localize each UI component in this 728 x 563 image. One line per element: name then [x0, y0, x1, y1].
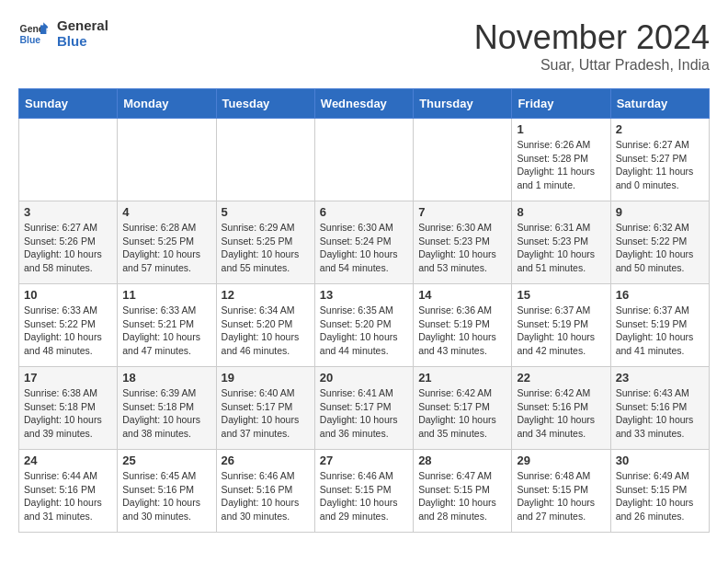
day-cell-2-1: 11Sunrise: 6:33 AMSunset: 5:21 PMDayligh… — [118, 284, 216, 367]
day-info: Sunrise: 6:47 AMSunset: 5:15 PMDaylight:… — [418, 469, 506, 523]
day-number: 12 — [222, 288, 310, 302]
day-cell-3-0: 17Sunrise: 6:38 AMSunset: 5:18 PMDayligh… — [19, 367, 118, 450]
day-info: Sunrise: 6:37 AMSunset: 5:19 PMDaylight:… — [517, 304, 605, 358]
day-cell-0-0 — [19, 119, 118, 201]
day-number: 8 — [517, 205, 605, 219]
day-number: 24 — [24, 454, 112, 467]
day-info: Sunrise: 6:42 AMSunset: 5:16 PMDaylight:… — [517, 386, 605, 441]
day-number: 15 — [517, 288, 605, 302]
header-wednesday: Wednesday — [314, 89, 413, 119]
day-info: Sunrise: 6:43 AMSunset: 5:16 PMDaylight:… — [616, 386, 704, 441]
logo-icon: General Blue — [18, 19, 48, 49]
day-info: Sunrise: 6:49 AMSunset: 5:15 PMDaylight:… — [616, 469, 704, 523]
day-number: 9 — [616, 205, 704, 219]
day-number: 4 — [122, 205, 210, 219]
day-info: Sunrise: 6:48 AMSunset: 5:15 PMDaylight:… — [517, 469, 605, 523]
day-number: 10 — [24, 288, 112, 302]
day-cell-0-5: 1Sunrise: 6:26 AMSunset: 5:28 PMDaylight… — [512, 119, 610, 201]
day-info: Sunrise: 6:45 AMSunset: 5:16 PMDaylight:… — [122, 469, 210, 523]
day-cell-0-1 — [118, 119, 216, 201]
day-cell-4-1: 25Sunrise: 6:45 AMSunset: 5:16 PMDayligh… — [118, 450, 216, 533]
logo-general: General — [57, 18, 108, 34]
day-cell-1-5: 8Sunrise: 6:31 AMSunset: 5:23 PMDaylight… — [512, 201, 610, 284]
day-info: Sunrise: 6:34 AMSunset: 5:20 PMDaylight:… — [222, 304, 310, 358]
day-cell-1-6: 9Sunrise: 6:32 AMSunset: 5:22 PMDaylight… — [610, 201, 709, 284]
day-cell-2-2: 12Sunrise: 6:34 AMSunset: 5:20 PMDayligh… — [216, 284, 314, 367]
day-cell-3-1: 18Sunrise: 6:39 AMSunset: 5:18 PMDayligh… — [118, 367, 216, 450]
day-cell-1-3: 6Sunrise: 6:30 AMSunset: 5:24 PMDaylight… — [314, 201, 413, 284]
day-info: Sunrise: 6:35 AMSunset: 5:20 PMDaylight:… — [320, 304, 408, 358]
day-cell-3-6: 23Sunrise: 6:43 AMSunset: 5:16 PMDayligh… — [610, 367, 709, 450]
day-info: Sunrise: 6:30 AMSunset: 5:24 PMDaylight:… — [320, 221, 408, 275]
month-title: November 2024 — [474, 18, 710, 57]
header-saturday: Saturday — [610, 89, 709, 119]
day-info: Sunrise: 6:33 AMSunset: 5:22 PMDaylight:… — [24, 304, 112, 358]
day-info: Sunrise: 6:40 AMSunset: 5:17 PMDaylight:… — [222, 386, 310, 441]
day-info: Sunrise: 6:38 AMSunset: 5:18 PMDaylight:… — [24, 386, 112, 441]
header-tuesday: Tuesday — [216, 89, 314, 119]
day-cell-3-5: 22Sunrise: 6:42 AMSunset: 5:16 PMDayligh… — [512, 367, 610, 450]
day-cell-2-3: 13Sunrise: 6:35 AMSunset: 5:20 PMDayligh… — [314, 284, 413, 367]
day-number: 19 — [222, 371, 310, 385]
day-number: 18 — [122, 371, 210, 385]
header-sunday: Sunday — [19, 89, 118, 119]
logo: General Blue General Blue — [18, 18, 108, 49]
day-cell-4-6: 30Sunrise: 6:49 AMSunset: 5:15 PMDayligh… — [610, 450, 709, 533]
day-info: Sunrise: 6:46 AMSunset: 5:15 PMDaylight:… — [320, 469, 408, 523]
day-cell-3-2: 19Sunrise: 6:40 AMSunset: 5:17 PMDayligh… — [216, 367, 314, 450]
day-cell-2-4: 14Sunrise: 6:36 AMSunset: 5:19 PMDayligh… — [414, 284, 512, 367]
day-number: 30 — [616, 454, 704, 467]
day-cell-4-0: 24Sunrise: 6:44 AMSunset: 5:16 PMDayligh… — [19, 450, 118, 533]
day-number: 6 — [320, 205, 408, 219]
day-number: 13 — [320, 288, 408, 302]
svg-text:Blue: Blue — [20, 34, 41, 44]
day-number: 28 — [418, 454, 506, 467]
day-cell-2-6: 16Sunrise: 6:37 AMSunset: 5:19 PMDayligh… — [610, 284, 709, 367]
day-cell-4-4: 28Sunrise: 6:47 AMSunset: 5:15 PMDayligh… — [414, 450, 512, 533]
day-cell-4-3: 27Sunrise: 6:46 AMSunset: 5:15 PMDayligh… — [314, 450, 413, 533]
day-number: 1 — [517, 122, 605, 136]
day-info: Sunrise: 6:37 AMSunset: 5:19 PMDaylight:… — [616, 304, 704, 358]
week-row-3: 10Sunrise: 6:33 AMSunset: 5:22 PMDayligh… — [19, 284, 710, 367]
day-number: 26 — [222, 454, 310, 467]
day-number: 21 — [418, 371, 506, 385]
calendar-header-row: SundayMondayTuesdayWednesdayThursdayFrid… — [19, 89, 710, 119]
week-row-5: 24Sunrise: 6:44 AMSunset: 5:16 PMDayligh… — [19, 450, 710, 533]
day-info: Sunrise: 6:44 AMSunset: 5:16 PMDaylight:… — [24, 469, 112, 523]
location-subtitle: Suar, Uttar Pradesh, India — [474, 57, 710, 74]
day-number: 29 — [517, 454, 605, 467]
day-cell-4-5: 29Sunrise: 6:48 AMSunset: 5:15 PMDayligh… — [512, 450, 610, 533]
day-number: 17 — [24, 371, 112, 385]
title-area: November 2024 Suar, Uttar Pradesh, India — [474, 18, 710, 74]
calendar-table: SundayMondayTuesdayWednesdayThursdayFrid… — [18, 88, 710, 533]
day-number: 11 — [122, 288, 210, 302]
header-monday: Monday — [118, 89, 216, 119]
day-number: 7 — [418, 205, 506, 219]
day-cell-4-2: 26Sunrise: 6:46 AMSunset: 5:16 PMDayligh… — [216, 450, 314, 533]
logo-blue: Blue — [57, 34, 108, 50]
week-row-2: 3Sunrise: 6:27 AMSunset: 5:26 PMDaylight… — [19, 201, 710, 284]
day-info: Sunrise: 6:46 AMSunset: 5:16 PMDaylight:… — [222, 469, 310, 523]
day-info: Sunrise: 6:27 AMSunset: 5:27 PMDaylight:… — [616, 138, 704, 192]
day-cell-2-0: 10Sunrise: 6:33 AMSunset: 5:22 PMDayligh… — [19, 284, 118, 367]
day-cell-3-3: 20Sunrise: 6:41 AMSunset: 5:17 PMDayligh… — [314, 367, 413, 450]
day-info: Sunrise: 6:30 AMSunset: 5:23 PMDaylight:… — [418, 221, 506, 275]
week-row-1: 1Sunrise: 6:26 AMSunset: 5:28 PMDaylight… — [19, 119, 710, 201]
day-cell-0-2 — [216, 119, 314, 201]
day-cell-1-1: 4Sunrise: 6:28 AMSunset: 5:25 PMDaylight… — [118, 201, 216, 284]
day-number: 25 — [122, 454, 210, 467]
day-info: Sunrise: 6:32 AMSunset: 5:22 PMDaylight:… — [616, 221, 704, 275]
day-cell-0-3 — [314, 119, 413, 201]
day-info: Sunrise: 6:27 AMSunset: 5:26 PMDaylight:… — [24, 221, 112, 275]
day-cell-0-4 — [414, 119, 512, 201]
day-info: Sunrise: 6:33 AMSunset: 5:21 PMDaylight:… — [122, 304, 210, 358]
day-cell-2-5: 15Sunrise: 6:37 AMSunset: 5:19 PMDayligh… — [512, 284, 610, 367]
day-number: 16 — [616, 288, 704, 302]
day-cell-1-2: 5Sunrise: 6:29 AMSunset: 5:25 PMDaylight… — [216, 201, 314, 284]
day-info: Sunrise: 6:31 AMSunset: 5:23 PMDaylight:… — [517, 221, 605, 275]
header-friday: Friday — [512, 89, 610, 119]
day-number: 2 — [616, 122, 704, 136]
day-number: 5 — [222, 205, 310, 219]
day-number: 22 — [517, 371, 605, 385]
day-info: Sunrise: 6:29 AMSunset: 5:25 PMDaylight:… — [222, 221, 310, 275]
